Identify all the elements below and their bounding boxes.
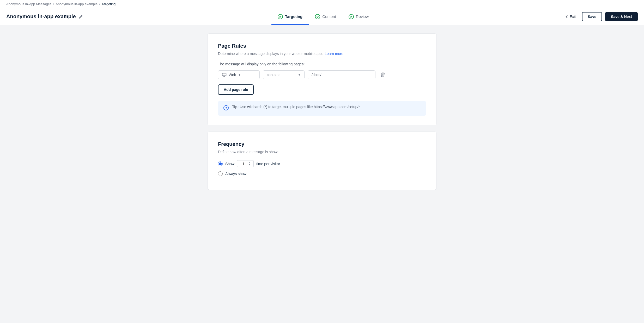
- delete-rule-button[interactable]: [379, 70, 387, 79]
- stepper-up-button[interactable]: ▲: [249, 162, 251, 164]
- header-actions: Exit Save Save & Next: [562, 12, 638, 21]
- campaign-title: Anonymous in-app example: [6, 14, 76, 20]
- breadcrumb-item-1[interactable]: Anonymous In-App Messages: [6, 2, 51, 6]
- show-label: Show: [225, 162, 234, 166]
- step-content-check: [315, 14, 320, 19]
- campaign-title-area: Anonymous in-app example: [6, 14, 84, 20]
- always-show-label: Always show: [225, 172, 246, 176]
- page-rules-desc: Determine where a message displays in yo…: [218, 52, 426, 56]
- condition-chevron-icon: ▼: [298, 73, 301, 76]
- tip-icon: [223, 105, 229, 112]
- step-review[interactable]: Review: [342, 8, 375, 25]
- show-radio[interactable]: [218, 162, 223, 166]
- step-content[interactable]: Content: [309, 8, 342, 25]
- add-page-rule-button[interactable]: Add page rule: [218, 84, 254, 95]
- steps-nav: Targeting Content Review: [84, 8, 562, 25]
- frequency-desc: Define how often a message is shown.: [218, 150, 426, 154]
- svg-rect-0: [222, 73, 226, 76]
- frequency-title: Frequency: [218, 141, 426, 147]
- save-button[interactable]: Save: [582, 12, 602, 21]
- svg-point-4: [226, 109, 226, 109]
- url-input[interactable]: [308, 70, 375, 79]
- stepper-down-button[interactable]: ▼: [249, 164, 251, 166]
- page-rule-label: The message will display only on the fol…: [218, 62, 426, 66]
- frequency-count-input[interactable]: [239, 162, 248, 166]
- breadcrumb-current: Targeting: [102, 2, 116, 6]
- platform-value: Web: [229, 73, 236, 77]
- main-header: Anonymous in-app example Targeting Conte…: [0, 8, 644, 25]
- breadcrumb: Anonymous In-App Messages / Anonymous in…: [0, 0, 644, 8]
- save-next-button[interactable]: Save & Next: [605, 12, 638, 21]
- monitor-icon: [222, 73, 227, 77]
- step-targeting-label: Targeting: [285, 14, 302, 19]
- step-content-label: Content: [322, 14, 336, 19]
- page-rules-card: Page Rules Determine where a message dis…: [207, 33, 437, 125]
- page-rules-title: Page Rules: [218, 43, 426, 49]
- stepper-arrows: ▲ ▼: [249, 162, 251, 166]
- learn-more-link[interactable]: Learn more: [325, 52, 343, 56]
- condition-value: contains: [267, 73, 280, 77]
- show-frequency-row: Show ▲ ▼ time per visitor: [218, 160, 426, 167]
- tip-box: Tip: Use wildcards (*) to target multipl…: [218, 101, 426, 116]
- step-review-label: Review: [356, 14, 369, 19]
- exit-button[interactable]: Exit: [562, 13, 579, 21]
- svg-point-3: [224, 105, 228, 110]
- step-review-check: [349, 14, 354, 19]
- page-rule-row: Web ▼ contains ▼: [218, 70, 426, 79]
- always-show-radio[interactable]: [218, 171, 223, 176]
- frequency-stepper[interactable]: ▲ ▼: [237, 160, 254, 167]
- breadcrumb-sep-1: /: [53, 2, 54, 6]
- step-targeting[interactable]: Targeting: [271, 8, 309, 25]
- page-content: Page Rules Determine where a message dis…: [0, 25, 644, 198]
- platform-select[interactable]: Web ▼: [218, 70, 260, 79]
- breadcrumb-sep-2: /: [99, 2, 100, 6]
- breadcrumb-item-2[interactable]: Anonymous in-app example: [56, 2, 98, 6]
- time-per-visitor-label: time per visitor: [256, 162, 280, 166]
- trash-icon: [380, 72, 385, 78]
- step-targeting-check: [278, 14, 283, 19]
- always-show-row: Always show: [218, 171, 426, 176]
- frequency-card: Frequency Define how often a message is …: [207, 132, 437, 190]
- tip-text: Tip: Use wildcards (*) to target multipl…: [232, 105, 360, 109]
- condition-select[interactable]: contains ▼: [263, 70, 305, 79]
- edit-icon[interactable]: [78, 14, 83, 19]
- platform-chevron-icon: ▼: [238, 73, 241, 76]
